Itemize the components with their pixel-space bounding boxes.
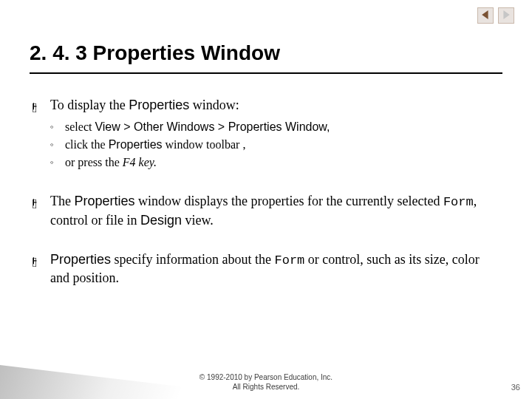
arrow-right-icon — [502, 9, 511, 22]
bullet-icon: ⊦ — [33, 255, 37, 267]
b3p0: Properties — [50, 252, 111, 267]
bullet-2: ⊦ The Properties window displays the pro… — [30, 192, 495, 229]
ring-icon: ◦ — [50, 137, 54, 152]
arrow-left-icon — [481, 9, 490, 22]
b2p5: Design — [140, 213, 182, 228]
b2p1: Properties — [74, 194, 134, 208]
bullet-1-text-a: To display the — [50, 98, 129, 112]
bullet-1-text-b: window: — [189, 98, 239, 112]
slide-content: ⊦ To display the Properties window: ◦ se… — [30, 96, 495, 308]
copyright: © 1992-2010 by Pearson Education, Inc. A… — [0, 373, 532, 392]
svg-marker-0 — [482, 10, 488, 19]
prev-slide-button[interactable] — [477, 7, 494, 24]
sub-item-2: ◦ click the Properties window toolbar , — [50, 136, 495, 154]
sub-2-c: window toolbar , — [163, 138, 246, 151]
sub-1-a: select — [65, 120, 95, 133]
b2p3: Form — [443, 195, 474, 209]
b2p2: window displays the properties for the c… — [135, 194, 443, 208]
svg-marker-1 — [503, 10, 509, 19]
bullet-1: ⊦ To display the Properties window: ◦ se… — [30, 96, 495, 171]
sub-3-b: F4 key. — [123, 156, 157, 168]
sub-2-b: Properties — [109, 138, 163, 151]
next-slide-button[interactable] — [498, 7, 514, 24]
sub-3-a: or press the — [65, 156, 123, 168]
bullet-icon: ⊦ — [33, 100, 37, 112]
sub-item-1: ◦ select View > Other Windows > Properti… — [50, 118, 495, 136]
bullet-1-strong: Properties — [129, 98, 189, 112]
copyright-line-1: © 1992-2010 by Pearson Education, Inc. — [0, 373, 532, 383]
b2p6: view. — [182, 213, 214, 228]
b3p2: Form — [275, 253, 305, 267]
sub-2-a: click the — [65, 138, 109, 151]
bullet-3: ⊦ Properties specify information about t… — [30, 250, 495, 287]
sub-item-3: ◦ or press the F4 key. — [50, 154, 495, 171]
slide-title: 2. 4. 3 Properties Window — [30, 41, 502, 74]
sub-list: ◦ select View > Other Windows > Properti… — [50, 118, 495, 171]
slide: 2. 4. 3 Properties Window ⊦ To display t… — [0, 0, 532, 399]
ring-icon: ◦ — [50, 120, 54, 134]
ring-icon: ◦ — [50, 155, 54, 170]
copyright-line-2: All Rights Reserved. — [0, 383, 532, 392]
b3p1: specify information about the — [111, 252, 274, 267]
sub-1-b: View > Other Windows > Properties Window… — [95, 120, 330, 133]
bullet-icon: ⊦ — [33, 197, 37, 208]
b2p0: The — [50, 194, 74, 208]
page-number: 36 — [511, 383, 520, 392]
nav-arrows — [477, 7, 514, 24]
